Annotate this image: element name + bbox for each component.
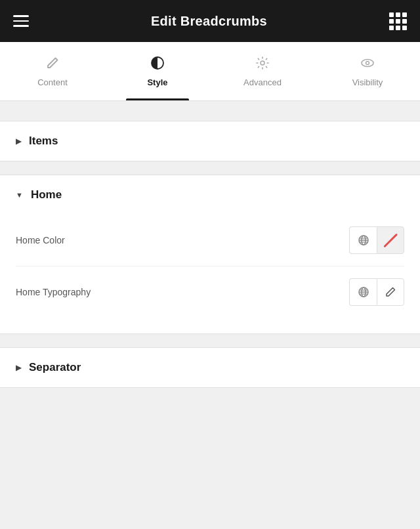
page-title: Edit Breadcrumbs [151,14,267,29]
main-content: ▶ Items ▼ Home Home Color [0,101,420,388]
header: Edit Breadcrumbs [0,0,420,42]
home-color-field: Home Color [16,215,404,266]
home-section-header[interactable]: ▼ Home [0,175,420,215]
items-arrow-icon: ▶ [16,137,21,146]
home-color-label: Home Color [16,235,65,245]
home-arrow-icon: ▼ [16,191,23,199]
tab-style[interactable]: Style [105,42,210,100]
pencil-icon [45,56,60,72]
separator-section: ▶ Separator [0,347,420,388]
tab-visibility-label: Visibility [352,77,383,87]
svg-point-1 [261,61,264,65]
home-typography-global-button[interactable] [349,278,377,306]
home-typography-edit-button[interactable] [377,278,404,306]
items-section: ▶ Items [0,121,420,161]
tab-advanced[interactable]: Advanced [210,42,315,100]
home-typography-controls [349,278,404,306]
tab-content[interactable]: Content [0,42,105,100]
svg-point-2 [362,59,373,66]
eye-icon [360,56,375,72]
home-section-content: Home Color [0,215,420,333]
style-icon [150,56,165,72]
section-gap-top [0,101,420,121]
items-section-label: Items [29,135,58,148]
svg-point-3 [366,61,369,64]
home-typography-label: Home Typography [16,287,91,297]
items-section-header[interactable]: ▶ Items [0,121,420,161]
gear-icon [255,56,270,72]
tab-content-label: Content [37,77,68,87]
separator-section-header[interactable]: ▶ Separator [0,348,420,387]
grid-menu-button[interactable] [389,12,407,30]
home-color-controls [349,226,404,254]
tab-visibility[interactable]: Visibility [315,42,420,100]
home-color-global-button[interactable] [349,226,377,254]
tab-advanced-label: Advanced [243,77,282,87]
separator-arrow-icon: ▶ [16,364,21,372]
home-section-label: Home [31,188,62,201]
home-color-value-button[interactable] [377,226,404,254]
tabs-nav: Content Style Advanced Visibility [0,42,420,101]
tab-style-label: Style [147,77,167,87]
home-typography-field: Home Typography [16,266,404,318]
home-section: ▼ Home Home Color [0,175,420,334]
section-gap-mid [0,161,420,175]
separator-section-label: Separator [29,361,81,374]
menu-button[interactable] [13,15,29,27]
section-gap-bot [0,334,420,347]
